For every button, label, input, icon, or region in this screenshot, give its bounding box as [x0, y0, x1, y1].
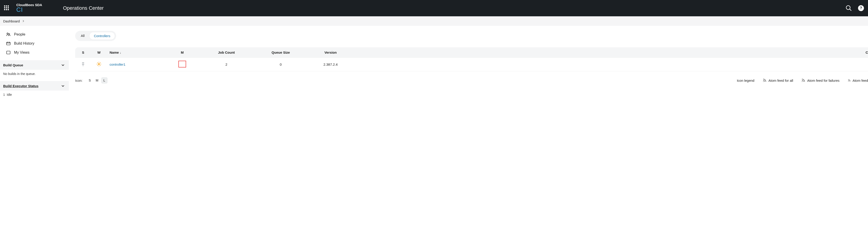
build-executor-toggle[interactable]: Build Executor Status	[0, 81, 69, 91]
icon-size-l[interactable]: L	[101, 77, 107, 84]
svg-point-19	[802, 81, 802, 82]
build-executor-body: 1 Idle	[0, 91, 69, 99]
cell-version: 2.387.2.4	[308, 58, 353, 71]
sidebar-item-people[interactable]: People	[0, 30, 69, 39]
view-tabs: All Controllers	[75, 31, 116, 41]
chevron-right-icon	[22, 20, 25, 22]
cell-queue: 0	[254, 58, 308, 71]
cell-jobcount: 2	[199, 58, 254, 71]
col-header-version[interactable]: Version	[308, 47, 353, 58]
svg-rect-4	[6, 42, 10, 45]
col-header-name-label: Name	[110, 51, 119, 54]
table-footer: Icon: S M L Icon legend Atom feed for al…	[75, 77, 868, 84]
rss-icon	[763, 78, 767, 82]
col-header-w[interactable]: W	[91, 47, 107, 58]
build-queue-toggle[interactable]: Build Queue	[0, 60, 69, 70]
chevron-down-icon	[61, 63, 65, 67]
sidebar-item-build-history[interactable]: Build History	[0, 39, 69, 48]
breadcrumb-root[interactable]: Dashboard	[3, 19, 20, 23]
executor-index: 1	[3, 93, 5, 96]
svg-line-1	[850, 9, 851, 11]
app-launcher-icon[interactable]	[4, 5, 9, 11]
tab-all[interactable]: All	[76, 32, 89, 40]
sidebar-item-label: Build History	[14, 41, 34, 46]
sidebar: People Build History My Views Build Queu…	[0, 26, 69, 99]
col-header-m[interactable]: M	[165, 47, 199, 58]
sun-icon	[96, 62, 101, 66]
svg-rect-8	[83, 65, 84, 66]
sidebar-item-label: My Views	[14, 51, 29, 55]
svg-point-9	[98, 63, 100, 65]
tab-controllers[interactable]: Controllers	[89, 32, 115, 40]
search-icon[interactable]	[845, 5, 852, 11]
icon-legend-link[interactable]: Icon legend	[737, 79, 754, 82]
atom-cut-link[interactable]: Atom feed	[848, 78, 868, 82]
topbar: CloudBees SDA CI Operations Center ?	[0, 0, 868, 16]
icon-size-s[interactable]: S	[87, 77, 93, 84]
col-header-name[interactable]: Name↓	[107, 47, 165, 58]
svg-rect-5	[6, 51, 10, 54]
svg-point-18	[763, 81, 764, 82]
svg-point-3	[9, 33, 9, 34]
executor-state: Idle	[7, 93, 12, 96]
icon-size-m[interactable]: M	[94, 77, 100, 84]
atom-cut-label: Atom feed	[852, 79, 868, 82]
atom-fail-label: Atom feed for failures	[807, 79, 839, 82]
col-header-cut[interactable]: C	[353, 47, 868, 58]
svg-line-15	[100, 65, 101, 66]
col-header-queue[interactable]: Queue Size	[254, 47, 308, 58]
build-executor-title: Build Executor Status	[3, 84, 38, 88]
connected-box-icon[interactable]	[178, 61, 186, 67]
sidebar-item-label: People	[14, 32, 25, 36]
svg-line-17	[100, 62, 101, 63]
icon-size-picker: Icon: S M L	[75, 77, 107, 84]
svg-rect-7	[82, 64, 84, 65]
rss-icon	[801, 78, 805, 82]
rss-icon	[848, 78, 851, 82]
svg-line-16	[97, 65, 98, 66]
chevron-down-icon	[61, 84, 65, 88]
svg-rect-6	[82, 62, 84, 64]
sort-down-icon: ↓	[120, 51, 121, 54]
icon-size-label: Icon:	[75, 79, 83, 82]
atom-all-link[interactable]: Atom feed for all	[763, 78, 793, 82]
svg-line-14	[97, 62, 98, 63]
controller-name-link[interactable]: controller1	[110, 62, 125, 66]
col-header-jobcount[interactable]: Job Count	[199, 47, 254, 58]
col-header-s[interactable]: S	[75, 47, 91, 58]
help-icon[interactable]: ?	[858, 5, 864, 11]
node-status-icon	[81, 62, 86, 66]
main-area: All Controllers S W Name↓ M Job Count Qu…	[69, 26, 868, 99]
views-icon	[6, 50, 11, 55]
build-queue-title: Build Queue	[3, 63, 23, 67]
controllers-table: S W Name↓ M Job Count Queue Size Version…	[75, 47, 868, 71]
svg-point-20	[848, 81, 848, 82]
svg-point-2	[7, 33, 8, 34]
icon-legend-label: Icon legend	[737, 79, 754, 82]
page-title: Operations Center	[63, 5, 104, 11]
brand-title-sub: CI	[16, 6, 42, 13]
build-queue-body: No builds in the queue.	[0, 70, 69, 78]
people-icon	[6, 32, 11, 37]
brand[interactable]: CloudBees SDA CI	[16, 3, 42, 13]
history-icon	[6, 41, 11, 46]
atom-fail-link[interactable]: Atom feed for failures	[801, 78, 839, 82]
atom-all-label: Atom feed for all	[768, 79, 793, 82]
svg-point-0	[846, 6, 850, 10]
sidebar-item-my-views[interactable]: My Views	[0, 48, 69, 57]
breadcrumb: Dashboard	[0, 16, 868, 26]
table-row[interactable]: controller1 2 0 2.387.2.4	[75, 58, 868, 71]
